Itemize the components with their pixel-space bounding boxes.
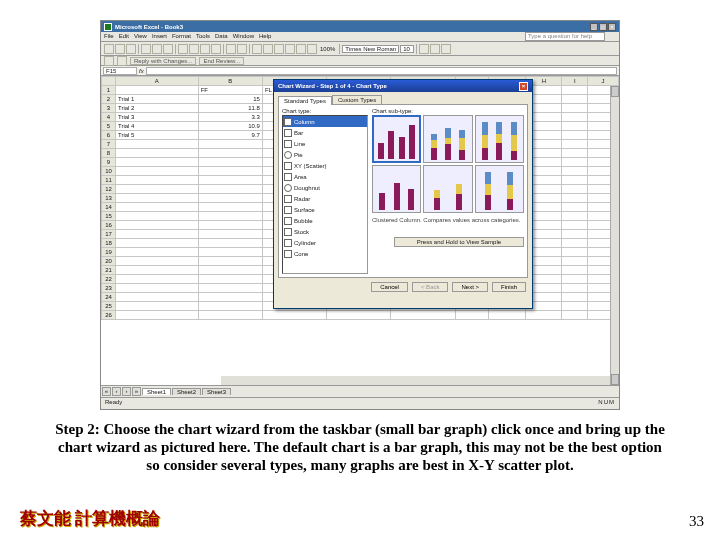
tab-first-icon[interactable]: « xyxy=(102,387,111,396)
row-header[interactable]: 21 xyxy=(102,266,116,275)
cut-icon[interactable] xyxy=(178,44,188,54)
chart-type-doughnut[interactable]: Doughnut xyxy=(283,182,367,193)
formula-input[interactable] xyxy=(146,67,617,75)
redo-icon[interactable] xyxy=(237,44,247,54)
tab-custom-types[interactable]: Custom Types xyxy=(332,95,382,104)
drawing-icon[interactable] xyxy=(307,44,317,54)
row-header[interactable]: 24 xyxy=(102,293,116,302)
chart-type-stock[interactable]: Stock xyxy=(283,226,367,237)
col-header[interactable]: I xyxy=(562,77,588,86)
sheet-tab-2[interactable]: Sheet2 xyxy=(172,388,201,395)
help-search-box[interactable]: Type a question for help xyxy=(525,32,605,41)
zoom-box[interactable]: 100% xyxy=(318,46,337,52)
row-header[interactable]: 1 xyxy=(102,86,116,95)
row-header[interactable]: 13 xyxy=(102,194,116,203)
menu-edit[interactable]: Edit xyxy=(119,33,129,40)
row-header[interactable]: 23 xyxy=(102,284,116,293)
chart-type-cone[interactable]: Cone xyxy=(283,248,367,259)
row-header[interactable]: 4 xyxy=(102,113,116,122)
mail-recipient-icon[interactable] xyxy=(117,56,127,66)
row-header[interactable]: 9 xyxy=(102,158,116,167)
sheet-tab-1[interactable]: Sheet1 xyxy=(142,388,171,395)
next-button[interactable]: Next > xyxy=(452,282,488,292)
chart-type-xy[interactable]: XY (Scatter) xyxy=(283,160,367,171)
tab-prev-icon[interactable]: ‹ xyxy=(112,387,121,396)
row-header[interactable]: 5 xyxy=(102,122,116,131)
menu-window[interactable]: Window xyxy=(233,33,254,40)
chart-type-cylinder[interactable]: Cylinder xyxy=(283,237,367,248)
subtype-3d-clustered-column[interactable] xyxy=(372,165,421,213)
maximize-button[interactable]: □ xyxy=(599,23,607,31)
chart-type-surface[interactable]: Surface xyxy=(283,204,367,215)
row-header[interactable]: 16 xyxy=(102,221,116,230)
row-header[interactable]: 22 xyxy=(102,275,116,284)
finish-button[interactable]: Finish xyxy=(492,282,526,292)
row-header[interactable]: 12 xyxy=(102,185,116,194)
reply-changes-button[interactable]: Reply with Changes... xyxy=(130,57,196,65)
autosum-icon[interactable] xyxy=(263,44,273,54)
mail-icon[interactable] xyxy=(104,56,114,66)
font-size-box[interactable]: 10 xyxy=(400,45,414,53)
tab-last-icon[interactable]: » xyxy=(132,387,141,396)
undo-icon[interactable] xyxy=(226,44,236,54)
chart-type-bar[interactable]: Bar xyxy=(283,127,367,138)
row-header[interactable]: 7 xyxy=(102,140,116,149)
row-header[interactable]: 10 xyxy=(102,167,116,176)
open-icon[interactable] xyxy=(115,44,125,54)
subtype-3d-stacked-column[interactable] xyxy=(423,165,472,213)
sort-asc-icon[interactable] xyxy=(274,44,284,54)
row-header[interactable]: 2 xyxy=(102,95,116,104)
save-icon[interactable] xyxy=(126,44,136,54)
row-header[interactable]: 19 xyxy=(102,248,116,257)
sort-desc-icon[interactable] xyxy=(285,44,295,54)
spellcheck-icon[interactable] xyxy=(163,44,173,54)
underline-icon[interactable] xyxy=(441,44,451,54)
menu-tools[interactable]: Tools xyxy=(196,33,210,40)
row-header[interactable]: 15 xyxy=(102,212,116,221)
copy-icon[interactable] xyxy=(189,44,199,54)
fx-icon[interactable]: fx xyxy=(139,68,144,74)
horizontal-scrollbar[interactable] xyxy=(221,376,610,385)
name-box[interactable]: F15 xyxy=(103,67,137,75)
menu-view[interactable]: View xyxy=(134,33,147,40)
chart-type-column[interactable]: Column xyxy=(283,116,367,127)
chart-type-pie[interactable]: Pie xyxy=(283,149,367,160)
press-hold-sample-button[interactable]: Press and Hold to View Sample xyxy=(394,237,524,247)
menu-help[interactable]: Help xyxy=(259,33,271,40)
print-icon[interactable] xyxy=(141,44,151,54)
menu-format[interactable]: Format xyxy=(172,33,191,40)
row-header[interactable]: 20 xyxy=(102,257,116,266)
row-header[interactable]: 8 xyxy=(102,149,116,158)
chart-type-line[interactable]: Line xyxy=(283,138,367,149)
back-button[interactable]: < Back xyxy=(412,282,449,292)
bold-icon[interactable] xyxy=(419,44,429,54)
sheet-tab-3[interactable]: Sheet3 xyxy=(202,388,231,395)
menu-data[interactable]: Data xyxy=(215,33,228,40)
cancel-button[interactable]: Cancel xyxy=(371,282,408,292)
row-header[interactable]: 14 xyxy=(102,203,116,212)
row-header[interactable]: 17 xyxy=(102,230,116,239)
preview-icon[interactable] xyxy=(152,44,162,54)
hyperlink-icon[interactable] xyxy=(252,44,262,54)
tab-standard-types[interactable]: Standard Types xyxy=(278,96,332,105)
italic-icon[interactable] xyxy=(430,44,440,54)
subtype-100pct-stacked-column[interactable] xyxy=(475,115,524,163)
chart-type-area[interactable]: Area xyxy=(283,171,367,182)
menu-insert[interactable]: Insert xyxy=(152,33,167,40)
chart-type-list[interactable]: Column Bar Line Pie XY (Scatter) Area Do… xyxy=(282,115,368,274)
row-header[interactable]: 6 xyxy=(102,131,116,140)
menu-file[interactable]: File xyxy=(104,33,114,40)
chart-type-radar[interactable]: Radar xyxy=(283,193,367,204)
format-painter-icon[interactable] xyxy=(211,44,221,54)
col-header[interactable]: J xyxy=(588,77,619,86)
new-icon[interactable] xyxy=(104,44,114,54)
row-header[interactable]: 18 xyxy=(102,239,116,248)
font-name-box[interactable]: Times New Roman xyxy=(342,45,399,53)
minimize-button[interactable]: _ xyxy=(590,23,598,31)
close-button[interactable]: × xyxy=(608,23,616,31)
subtype-clustered-column[interactable] xyxy=(372,115,421,163)
chart-wizard-icon[interactable] xyxy=(296,44,306,54)
col-header[interactable]: A xyxy=(116,77,199,86)
chart-type-bubble[interactable]: Bubble xyxy=(283,215,367,226)
row-header[interactable]: 26 xyxy=(102,311,116,320)
